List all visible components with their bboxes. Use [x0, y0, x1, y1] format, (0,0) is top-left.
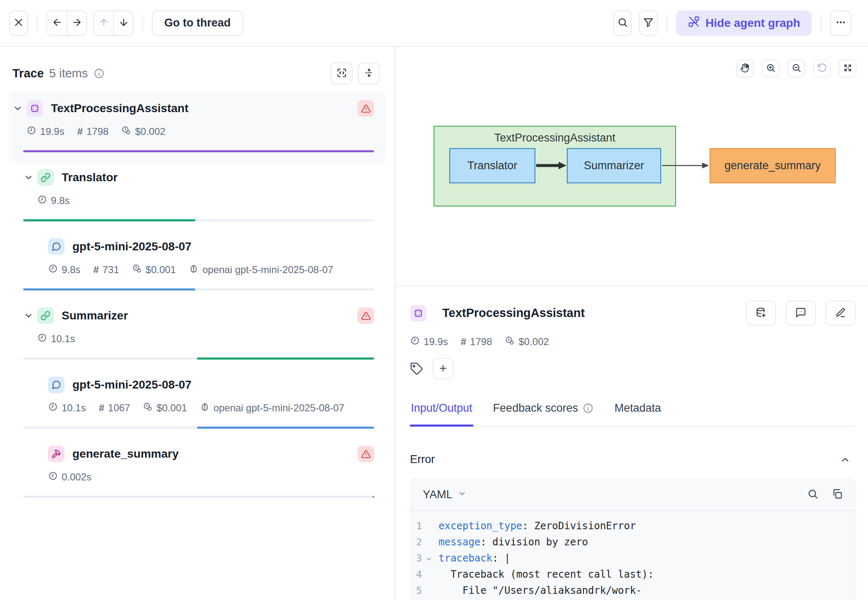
pan-button[interactable] [736, 60, 754, 77]
code-text: message: division by zero [439, 536, 588, 548]
span-name: generate_summary [72, 447, 179, 461]
details-header: TextProcessingAssistant [410, 300, 856, 326]
move-up-button[interactable] [94, 11, 113, 35]
trace-span-row[interactable]: Translator9.8s [23, 169, 374, 221]
chevron-up-icon[interactable] [840, 454, 851, 465]
cost-stat: $0.002 [121, 125, 165, 138]
chevron-down-icon[interactable] [23, 172, 34, 183]
clock-icon [410, 336, 420, 348]
graph-node-label: generate_summary [724, 159, 821, 172]
duration-stat: 10.1s [48, 402, 86, 414]
fold-chevron-icon[interactable] [425, 553, 434, 563]
tab-label: Feedback scores [493, 402, 578, 415]
up-down-group [93, 10, 134, 36]
graph-node-summarizer[interactable]: Summarizer [567, 148, 661, 183]
fullscreen-button[interactable] [839, 60, 856, 77]
hide-agent-graph-button[interactable]: Hide agent graph [676, 10, 812, 36]
duration-icon [48, 264, 58, 276]
trace-span-row[interactable]: TextProcessingAssistant19.9s#1798$0.002 [23, 100, 374, 152]
trace-span-row[interactable]: gpt-5-mini-2025-08-0710.1s#1067$0.001ope… [23, 377, 374, 429]
provider-icon [189, 264, 199, 276]
graph-node-label: Translator [468, 159, 518, 172]
info-icon[interactable] [583, 403, 594, 414]
details-meta: 19.9s #1798 $0.002 [410, 336, 856, 348]
duration-stat: 19.9s [26, 125, 65, 138]
zoom-in-button[interactable] [762, 60, 779, 77]
hide-agent-graph-label: Hide agent graph [705, 17, 800, 30]
tab-feedback-scores[interactable]: Feedback scores [492, 398, 595, 427]
next-trace-button[interactable] [67, 11, 86, 35]
close-icon [13, 17, 24, 29]
add-to-dataset-button[interactable] [746, 300, 776, 326]
cost-icon [132, 264, 142, 276]
chevron-down-icon[interactable] [23, 310, 34, 321]
span-row-header: TextProcessingAssistant [12, 100, 374, 117]
comments-button[interactable] [786, 300, 816, 326]
span-duration-fill [23, 288, 195, 290]
pencil-icon [835, 307, 846, 319]
llm-icon [48, 238, 65, 255]
trace-span-row[interactable]: generate_summary0.002s [23, 446, 374, 498]
expand-all-button[interactable] [331, 62, 352, 84]
language-select[interactable]: YAML [423, 488, 467, 501]
trace-span-row[interactable]: Summarizer10.1s [23, 307, 374, 360]
language-label: YAML [423, 488, 453, 501]
graph-node-generate-summary[interactable]: generate_summary [710, 148, 836, 183]
span-duration-fill [23, 219, 195, 221]
trace-title: Trace [12, 67, 44, 80]
code-line: 3traceback: | [416, 550, 855, 566]
toolbar-divider [142, 14, 143, 32]
error-section-header: Error [410, 453, 856, 466]
previous-trace-button[interactable] [47, 11, 67, 35]
span-list: TextProcessingAssistant19.9s#1798$0.002T… [0, 100, 395, 498]
filter-button[interactable] [639, 10, 658, 36]
span-duration-bar [23, 496, 374, 498]
code-line: 1exception_type: ZeroDivisionError [416, 518, 855, 534]
error-badge[interactable] [357, 446, 374, 462]
details-title: TextProcessingAssistant [442, 306, 585, 320]
add-tag-button[interactable] [432, 358, 454, 379]
zoom-out-button[interactable] [787, 60, 805, 77]
reset-view-button[interactable] [813, 60, 831, 77]
collapse-all-button[interactable] [358, 62, 380, 84]
go-to-thread-button[interactable]: Go to thread [152, 10, 243, 36]
error-badge[interactable] [357, 307, 374, 324]
edit-button[interactable] [825, 300, 856, 326]
tab-label: Metadata [614, 402, 661, 415]
tokens-stat: #731 [93, 264, 119, 276]
tags-row [410, 358, 856, 379]
trace-span-row[interactable]: gpt-5-mini-2025-08-079.8s#731$0.001opena… [23, 238, 374, 290]
code-line: 4 Traceback (most recent call last): [416, 566, 855, 582]
copy-icon[interactable] [832, 488, 843, 501]
span-name: Translator [62, 171, 117, 184]
tokens-stat: #1798 [461, 336, 492, 348]
tool-icon [48, 446, 65, 462]
hand-icon [740, 63, 750, 74]
code-text: File "/Users/aliaksandrk/work- [439, 585, 642, 596]
duration-stat: 9.8s [37, 194, 70, 207]
move-down-button[interactable] [113, 11, 133, 35]
info-icon[interactable] [94, 68, 105, 79]
code-search-icon[interactable] [807, 488, 818, 501]
agent-graph-pane[interactable]: TextProcessingAssistant Translator Summa… [396, 47, 868, 286]
agent-icon [410, 305, 427, 322]
tab-metadata[interactable]: Metadata [614, 398, 662, 427]
span-duration-bar [23, 219, 374, 221]
span-meta: 10.1s [37, 333, 374, 345]
error-badge[interactable] [357, 100, 374, 117]
chevron-down-icon[interactable] [12, 103, 23, 114]
search-button[interactable] [613, 10, 632, 36]
right-section: TextProcessingAssistant Translator Summa… [396, 47, 868, 600]
code-text: Traceback (most recent call last): [439, 569, 654, 580]
toolbar-divider [820, 14, 821, 32]
duration-icon [26, 125, 36, 138]
close-button[interactable] [9, 10, 28, 36]
tab-input-output[interactable]: Input/Output [410, 398, 473, 427]
coins-icon [505, 336, 515, 348]
span-name: Summarizer [62, 309, 128, 322]
prev-next-group [46, 10, 87, 36]
graph-node-translator[interactable]: Translator [449, 148, 535, 183]
provider-icon [200, 402, 210, 414]
llm-icon [48, 377, 65, 393]
more-options-button[interactable] [830, 10, 851, 36]
